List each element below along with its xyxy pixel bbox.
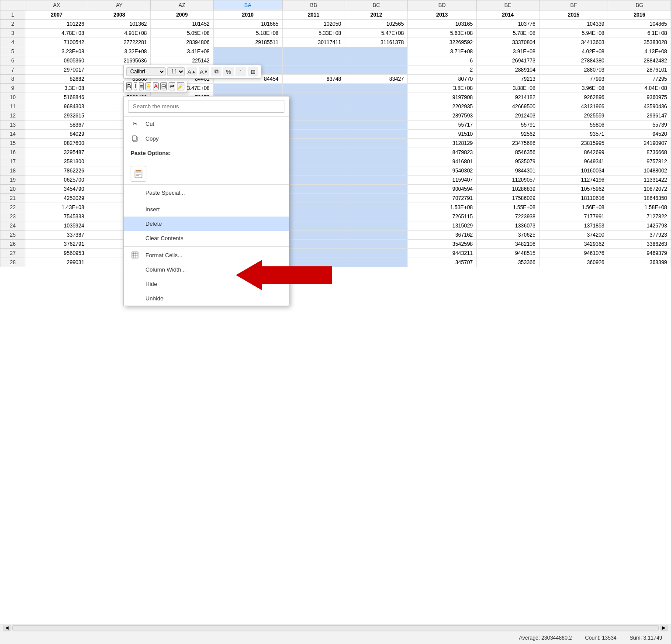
grid-cell[interactable]: 55791: [477, 121, 539, 130]
grid-cell[interactable]: 4.02E+08: [539, 47, 608, 56]
grid-cell[interactable]: 58367: [25, 121, 88, 130]
copy-format-button[interactable]: ⧉: [211, 67, 221, 76]
grid-cell[interactable]: 27884380: [539, 56, 608, 65]
cell-year[interactable]: 2016: [608, 10, 671, 20]
grid-cell[interactable]: 1.53E+08: [408, 203, 477, 212]
grid-cell[interactable]: [213, 47, 282, 56]
grid-cell[interactable]: 1159407: [408, 176, 477, 185]
grid-cell[interactable]: 104865: [608, 20, 671, 29]
cell-year[interactable]: 2011: [282, 10, 345, 20]
grid-cell[interactable]: 24190907: [608, 139, 671, 148]
grid-cell[interactable]: 34413603: [539, 38, 608, 47]
grid-cell[interactable]: 9360975: [608, 93, 671, 102]
col-header-AZ[interactable]: AZ: [151, 0, 213, 10]
grid-cell[interactable]: 9443211: [408, 249, 477, 258]
menu-item-unhide[interactable]: Unhide: [124, 291, 289, 306]
grid-cell[interactable]: 1336073: [477, 221, 539, 231]
col-header-AY[interactable]: AY: [88, 0, 150, 10]
grid-cell[interactable]: 55739: [608, 121, 671, 130]
grid-cell[interactable]: [345, 176, 407, 185]
grid-cell[interactable]: 11274196: [539, 176, 608, 185]
grid-cell[interactable]: 77993: [539, 75, 608, 84]
grid-cell[interactable]: 7177991: [539, 212, 608, 221]
grid-cell[interactable]: 1.56E+08: [539, 203, 608, 212]
grid-cell[interactable]: 10488002: [608, 166, 671, 176]
grid-cell[interactable]: 3762791: [25, 240, 88, 249]
grid-cell[interactable]: 9469379: [608, 249, 671, 258]
grid-cell[interactable]: 337387: [25, 231, 88, 240]
grid-cell[interactable]: [345, 258, 407, 267]
cell-year[interactable]: 2014: [477, 10, 539, 20]
grid-cell[interactable]: 9214182: [477, 93, 539, 102]
grid-cell[interactable]: [282, 139, 345, 148]
grid-cell[interactable]: 17586029: [477, 194, 539, 203]
percent-button[interactable]: %: [223, 67, 234, 76]
menu-item-copy[interactable]: Copy: [124, 131, 289, 146]
grid-cell[interactable]: 3.3E+08: [25, 84, 88, 93]
grid-cell[interactable]: 353366: [477, 258, 539, 267]
merge-button[interactable]: ⊟: [160, 82, 167, 90]
menu-item-column-width[interactable]: Column Width...: [124, 262, 289, 277]
comma-button[interactable]: ': [235, 67, 246, 76]
grid-cell[interactable]: 8546356: [477, 148, 539, 157]
fill-button[interactable]: 🖌: [177, 82, 184, 90]
grid-cell[interactable]: 2: [408, 65, 477, 75]
grid-cell[interactable]: [282, 185, 345, 194]
grid-cell[interactable]: 27722281: [88, 38, 150, 47]
menu-item-insert[interactable]: Insert: [124, 202, 289, 217]
italic-button[interactable]: I: [134, 82, 137, 90]
grid-cell[interactable]: [282, 231, 345, 240]
grid-cell[interactable]: 3.88E+08: [477, 84, 539, 93]
grid-cell[interactable]: [282, 111, 345, 121]
scroll-right-btn[interactable]: ▶: [661, 625, 668, 631]
grid-cell[interactable]: [345, 130, 407, 139]
grid-cell[interactable]: 2202935: [408, 102, 477, 111]
grid-cell[interactable]: 4252029: [25, 194, 88, 203]
grid-cell[interactable]: 9757812: [608, 157, 671, 166]
grid-cell[interactable]: [345, 84, 407, 93]
grid-cell[interactable]: 2880703: [539, 65, 608, 75]
grid-cell[interactable]: 0625700: [25, 176, 88, 185]
grid-cell[interactable]: 9197908: [408, 93, 477, 102]
cell-year[interactable]: 2008: [88, 10, 150, 20]
grid-cell[interactable]: 21695636: [88, 56, 150, 65]
grid-cell[interactable]: 26941773: [477, 56, 539, 65]
grid-cell[interactable]: 103165: [408, 20, 477, 29]
grid-cell[interactable]: 79213: [477, 75, 539, 84]
grid-cell[interactable]: 101226: [25, 20, 88, 29]
grid-cell[interactable]: 9461076: [539, 249, 608, 258]
grid-cell[interactable]: 6: [408, 56, 477, 65]
grid-cell[interactable]: 3454790: [25, 185, 88, 194]
grid-cell[interactable]: 367162: [408, 231, 477, 240]
grid-cell[interactable]: 7545338: [25, 212, 88, 221]
grid-cell[interactable]: 28842482: [608, 56, 671, 65]
grid-cell[interactable]: 82682: [25, 75, 88, 84]
grid-cell[interactable]: 1.55E+08: [477, 203, 539, 212]
grid-cell[interactable]: 3.8E+08: [408, 84, 477, 93]
menu-item-cut[interactable]: ✂ Cut: [124, 117, 289, 131]
border-button[interactable]: ⊞: [248, 67, 258, 76]
grid-cell[interactable]: 11209057: [477, 176, 539, 185]
grid-cell[interactable]: 5.05E+08: [151, 29, 213, 38]
grid-cell[interactable]: 9004594: [408, 185, 477, 194]
grid-cell[interactable]: [345, 102, 407, 111]
grid-cell[interactable]: 29185511: [213, 38, 282, 47]
grid-cell[interactable]: 7862226: [25, 166, 88, 176]
grid-cell[interactable]: 55806: [539, 121, 608, 130]
grid-cell[interactable]: 6.1E+08: [608, 29, 671, 38]
col-header-BD[interactable]: BD: [408, 0, 477, 10]
grid-cell[interactable]: 83748: [282, 75, 345, 84]
grid-cell[interactable]: 2897593: [408, 111, 477, 121]
grid-cell[interactable]: 101665: [213, 20, 282, 29]
grid-cell[interactable]: 43131966: [539, 102, 608, 111]
grid-cell[interactable]: 9560953: [25, 249, 88, 258]
grid-cell[interactable]: 103776: [477, 20, 539, 29]
grid-cell[interactable]: 0905360: [25, 56, 88, 65]
grid-cell[interactable]: 9684303: [25, 102, 88, 111]
grid-cell[interactable]: 1315029: [408, 221, 477, 231]
grid-cell[interactable]: 3295487: [25, 148, 88, 157]
horizontal-scrollbar[interactable]: ◀ ▶: [0, 624, 671, 631]
grid-cell[interactable]: 3.96E+08: [539, 84, 608, 93]
grid-cell[interactable]: 345707: [408, 258, 477, 267]
grid-cell[interactable]: 377923: [608, 231, 671, 240]
